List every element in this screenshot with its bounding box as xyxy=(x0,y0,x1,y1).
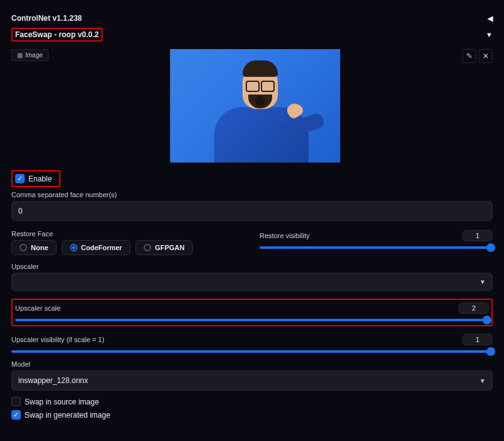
swap-source-checkbox[interactable] xyxy=(11,397,21,406)
restore-face-option-codeformer[interactable]: CodeFormer xyxy=(62,240,130,255)
swap-source-row[interactable]: Swap in source image xyxy=(11,397,493,406)
enable-checkbox[interactable] xyxy=(15,174,25,183)
radio-icon xyxy=(70,244,77,251)
upscaler-visibility-slider[interactable] xyxy=(11,350,493,353)
upscaler-scale-label: Upscaler scale xyxy=(15,304,60,312)
model-value: inswapper_128.onnx xyxy=(18,376,88,385)
panel-title: FaceSwap - roop v0.0.2 xyxy=(11,28,103,42)
image-icon: ▦ xyxy=(17,52,23,59)
model-label: Model xyxy=(11,360,493,368)
slider-thumb[interactable] xyxy=(483,316,491,324)
option-label: GFPGAN xyxy=(155,244,185,251)
enable-label: Enable xyxy=(28,175,52,183)
image-tab-label: Image xyxy=(25,52,43,59)
option-label: None xyxy=(31,244,49,251)
edit-image-button[interactable]: ✎ xyxy=(462,49,476,63)
swap-generated-checkbox[interactable] xyxy=(11,410,21,420)
restore-face-option-gfpgan[interactable]: GFPGAN xyxy=(135,240,193,255)
chevron-down-icon: ▼ xyxy=(486,31,493,38)
upscaler-label: Upscaler xyxy=(11,263,493,270)
panel-title: ControlNet v1.1.238 xyxy=(11,14,82,23)
upscaler-visibility-value[interactable]: 1 xyxy=(462,334,493,345)
remove-image-button[interactable]: ✕ xyxy=(479,49,493,63)
pencil-icon: ✎ xyxy=(466,52,472,60)
panel-header-controlnet[interactable]: ControlNet v1.1.238 ◀ xyxy=(8,11,496,25)
upscaler-visibility-label: Upscaler visibility (if scale = 1) xyxy=(11,336,105,343)
source-image-preview[interactable] xyxy=(49,49,462,163)
restore-visibility-slider[interactable] xyxy=(260,246,493,249)
enable-highlight: Enable xyxy=(11,170,60,187)
faceswap-panel-body: ▦ Image ✎ ✕ En xyxy=(8,44,496,426)
preview-image xyxy=(170,49,340,163)
chevron-down-icon: ▼ xyxy=(479,377,486,384)
slider-thumb[interactable] xyxy=(486,243,495,252)
chevron-down-icon: ▼ xyxy=(479,278,486,285)
swap-generated-row[interactable]: Swap in generated image xyxy=(11,410,493,420)
face-numbers-input[interactable]: 0 xyxy=(11,201,493,221)
restore-face-option-none[interactable]: None xyxy=(11,240,57,255)
chevron-left-icon: ◀ xyxy=(488,14,493,23)
upscaler-select[interactable]: ▼ xyxy=(11,273,493,291)
radio-icon xyxy=(20,244,27,251)
face-numbers-value: 0 xyxy=(18,207,23,215)
close-icon: ✕ xyxy=(483,52,489,60)
image-tab-button[interactable]: ▦ Image xyxy=(11,49,49,61)
model-select[interactable]: inswapper_128.onnx ▼ xyxy=(11,370,493,391)
swap-generated-label: Swap in generated image xyxy=(25,411,110,420)
upscaler-scale-value[interactable]: 2 xyxy=(459,302,489,314)
image-row: ▦ Image ✎ ✕ xyxy=(11,49,493,163)
upscaler-scale-slider[interactable] xyxy=(15,319,489,321)
restore-face-radio-group: None CodeFormer GFPGAN xyxy=(11,240,244,255)
restore-face-label: Restore Face xyxy=(11,230,244,238)
restore-visibility-value[interactable]: 1 xyxy=(462,230,493,241)
option-label: CodeFormer xyxy=(81,244,122,251)
face-numbers-label: Comma separated face number(s) xyxy=(11,191,493,198)
panel-header-faceswap[interactable]: FaceSwap - roop v0.0.2 ▼ xyxy=(8,25,496,44)
slider-thumb[interactable] xyxy=(486,347,495,356)
radio-icon xyxy=(144,244,151,251)
upscaler-scale-highlight: Upscaler scale 2 xyxy=(11,299,493,326)
swap-source-label: Swap in source image xyxy=(25,398,99,406)
restore-visibility-label: Restore visibility xyxy=(260,232,309,239)
